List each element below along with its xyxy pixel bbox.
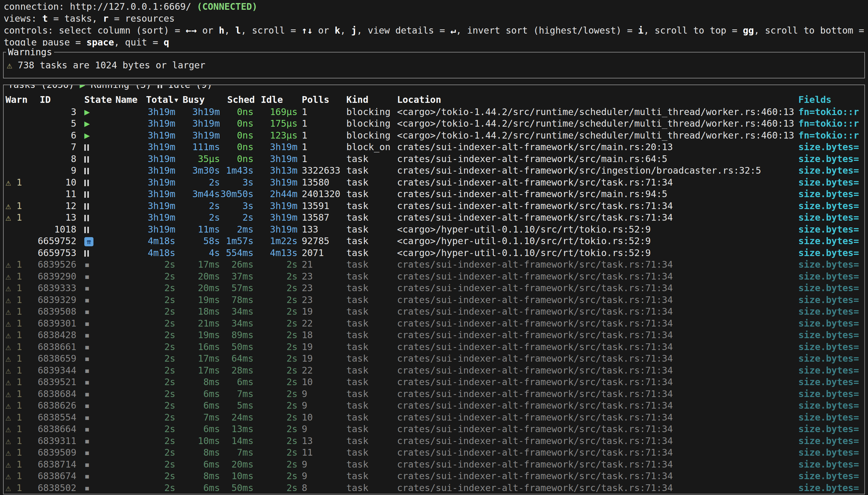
cell-total: 2s <box>139 283 175 293</box>
cell-total: 2s <box>139 377 175 387</box>
task-row-11[interactable]: 113h19m3m44s30m50s2h44m2401320taskcrates… <box>4 188 864 200</box>
cell-polls: 9 <box>298 400 343 411</box>
column-header-warn[interactable]: Warn <box>5 94 37 105</box>
task-row-6839344[interactable]: ⚠ 16839344▪2s17ms28ms2s22taskcrates/sui-… <box>4 364 864 376</box>
cell-sched: 2s <box>220 212 253 223</box>
warning-count: 1 <box>11 283 22 293</box>
cell-kind: task <box>343 165 394 176</box>
cell-state: ▪ <box>76 471 108 481</box>
cell-location: crates/sui-indexer-alt-framework/src/tas… <box>394 447 794 458</box>
cell-location: crates/sui-indexer-alt-framework/src/tas… <box>394 341 794 352</box>
cell-total: 2s <box>139 424 175 434</box>
column-header-name[interactable]: Name <box>108 94 139 105</box>
column-header-idle[interactable]: Idle <box>253 94 298 105</box>
task-row-6838626[interactable]: ⚠ 16838626▪2s6ms5ms2s9taskcrates/sui-ind… <box>4 400 864 412</box>
cell-busy: 8ms <box>175 471 220 481</box>
task-row-6839301[interactable]: ⚠ 16839301▪2s21ms34ms2s22taskcrates/sui-… <box>4 318 864 329</box>
task-row-6839329[interactable]: ⚠ 16839329▪2s19ms78ms2s23taskcrates/sui-… <box>4 294 864 306</box>
task-row-6839508[interactable]: ⚠ 16839508▪2s18ms34ms2s19taskcrates/sui-… <box>4 306 864 318</box>
column-header-busy[interactable]: Busy <box>175 94 220 105</box>
column-header-polls[interactable]: Polls <box>298 94 343 105</box>
task-row-6839526[interactable]: ⚠ 16839526▪2s17ms26ms2s21taskcrates/sui-… <box>4 259 864 271</box>
text-segment: Running (3) <box>85 85 157 91</box>
task-row-6839290[interactable]: ⚠ 16839290▪2s20ms37ms2s23taskcrates/sui-… <box>4 270 864 282</box>
task-row-6838684[interactable]: ⚠ 16838684▪2s6ms7ms2s9taskcrates/sui-ind… <box>4 388 864 400</box>
task-row-6839311[interactable]: ⚠ 16839311▪2s10ms14ms2s13taskcrates/sui-… <box>4 435 864 447</box>
cell-sched: 64ms <box>220 353 253 364</box>
cell-busy: 19ms <box>175 294 220 305</box>
column-header-sched[interactable]: Sched <box>220 94 253 105</box>
cell-total: 2s <box>139 459 175 470</box>
cell-location: crates/sui-indexer-alt-framework/src/tas… <box>394 271 794 282</box>
cell-sched: 30m50s <box>220 189 253 199</box>
cell-idle: 2s <box>253 436 298 446</box>
cell-warn: ⚠ 1 <box>5 283 37 293</box>
cell-idle: 2s <box>253 471 298 481</box>
cell-location: crates/sui-indexer-alt-framework/src/tas… <box>394 412 794 423</box>
cell-kind: task <box>343 365 394 376</box>
task-row-5[interactable]: 5▶3h19m3h19m0ns175µs1blocking<cargo>/tok… <box>4 118 864 130</box>
task-row-10[interactable]: ⚠ 1103h19m2s3s3h19m13580taskcrates/sui-i… <box>4 176 864 188</box>
cell-fields: size.bytes= <box>794 482 864 493</box>
task-row-7[interactable]: 73h19m111ms0ns3h19m1block_oncrates/sui-i… <box>4 141 864 153</box>
cell-kind: blocking <box>343 118 394 129</box>
cell-kind: task <box>343 377 394 387</box>
cell-id: 12 <box>37 201 76 211</box>
task-row-6838714[interactable]: ⚠ 16838714▪2s6ms20ms2s9taskcrates/sui-in… <box>4 458 864 470</box>
idle-state-icon <box>84 168 89 174</box>
cell-state: ⇈ <box>76 236 108 246</box>
task-row-1018[interactable]: 10183h19m11ms2ms3h19m133task<cargo>/hype… <box>4 223 864 235</box>
warning-count: 1 <box>11 436 22 446</box>
task-row-6838674[interactable]: ⚠ 16838674▪2s8ms10ms2s9taskcrates/sui-in… <box>4 470 864 482</box>
task-row-9[interactable]: 93h19m3m30s1m43s3h13m3322633taskcrates/s… <box>4 165 864 177</box>
cell-state: ▪ <box>76 424 108 434</box>
text-segment: space <box>86 37 114 48</box>
task-row-6838664[interactable]: ⚠ 16838664▪2s6ms13ms2s9taskcrates/sui-in… <box>4 423 864 435</box>
task-row-6838659[interactable]: ⚠ 16838659▪2s17ms64ms2s19taskcrates/sui-… <box>4 353 864 365</box>
cell-idle: 3h13m <box>253 165 298 176</box>
task-row-6838554[interactable]: ⚠ 16838554▪2s7ms24ms2s10taskcrates/sui-i… <box>4 411 864 423</box>
cell-polls: 9 <box>298 424 343 434</box>
task-row-12[interactable]: ⚠ 1123h19m2s3s3h19m13591taskcrates/sui-i… <box>4 200 864 212</box>
cell-id: 3 <box>37 106 76 117</box>
warning-count: 1 <box>11 424 22 434</box>
task-row-6839509[interactable]: ⚠ 16839509▪2s8ms7ms2s11taskcrates/sui-in… <box>4 447 864 459</box>
completed-state-icon: ▪ <box>84 459 90 470</box>
cell-kind: block_on <box>343 142 394 152</box>
column-header-kind[interactable]: Kind <box>343 94 394 105</box>
task-row-3[interactable]: 3▶3h19m3h19m0ns169µs1blocking<cargo>/tok… <box>4 106 864 118</box>
column-header-state[interactable]: State <box>76 94 108 105</box>
idle-state-icon <box>84 144 89 151</box>
column-header-location[interactable]: Location <box>394 94 794 105</box>
column-header-fields[interactable]: Fields <box>794 94 864 105</box>
cell-idle: 2s <box>253 482 298 493</box>
cell-location: crates/sui-indexer-alt-framework/src/tas… <box>394 259 794 270</box>
cell-location: <cargo>/tokio-1.44.2/src/runtime/schedul… <box>394 130 794 141</box>
column-header-id[interactable]: ID <box>37 94 76 105</box>
task-row-6838661[interactable]: ⚠ 16838661▪2s16ms50ms2s19taskcrates/sui-… <box>4 341 864 353</box>
column-header-total[interactable]: Total▾ <box>139 94 175 105</box>
text-segment: ↑↓ <box>301 25 313 36</box>
tasks-panel-title: Tasks (2056) ▶ Running (3) Idle (9) <box>6 85 214 91</box>
cell-location: crates/sui-indexer-alt-framework/src/tas… <box>394 471 794 481</box>
completed-state-icon: ▪ <box>84 341 90 352</box>
completed-state-icon: ▪ <box>84 318 90 329</box>
cell-sched: 89ms <box>220 329 253 340</box>
cell-sched: 3s <box>220 177 253 188</box>
task-row-6659753[interactable]: 66597534m18s4s554ms4m13s2071task<cargo>/… <box>4 247 864 259</box>
task-row-6838502[interactable]: ⚠ 16838502▪2s6ms50ms2s8taskcrates/sui-in… <box>4 482 864 494</box>
task-row-13[interactable]: ⚠ 1133h19m2s2s3h19m13587taskcrates/sui-i… <box>4 212 864 224</box>
task-row-6839521[interactable]: ⚠ 16839521▪2s8ms6ms2s10taskcrates/sui-in… <box>4 376 864 388</box>
cell-busy: 2s <box>175 201 220 211</box>
task-row-6839333[interactable]: ⚠ 16839333▪2s20ms57ms2s23taskcrates/sui-… <box>4 282 864 294</box>
warning-icon: ⚠ <box>5 471 11 481</box>
text-segment: t <box>42 13 48 24</box>
cell-id: 6838664 <box>37 424 76 434</box>
task-row-6[interactable]: 6▶3h19m3h19m0ns123µs1blocking<cargo>/tok… <box>4 130 864 141</box>
task-row-6659752[interactable]: 6659752⇈4m18s58s1m57s1m22s92785task<carg… <box>4 235 864 247</box>
task-row-6838428[interactable]: ⚠ 16838428▪2s19ms89ms2s18taskcrates/sui-… <box>4 329 864 341</box>
task-row-8[interactable]: 83h19m35µs0ns3h19m1taskcrates/sui-indexe… <box>4 153 864 165</box>
warning-icon: ⚠ <box>5 283 11 293</box>
warning-count: 1 <box>11 459 22 470</box>
tasks-table-body: 3▶3h19m3h19m0ns169µs1blocking<cargo>/tok… <box>4 106 864 494</box>
